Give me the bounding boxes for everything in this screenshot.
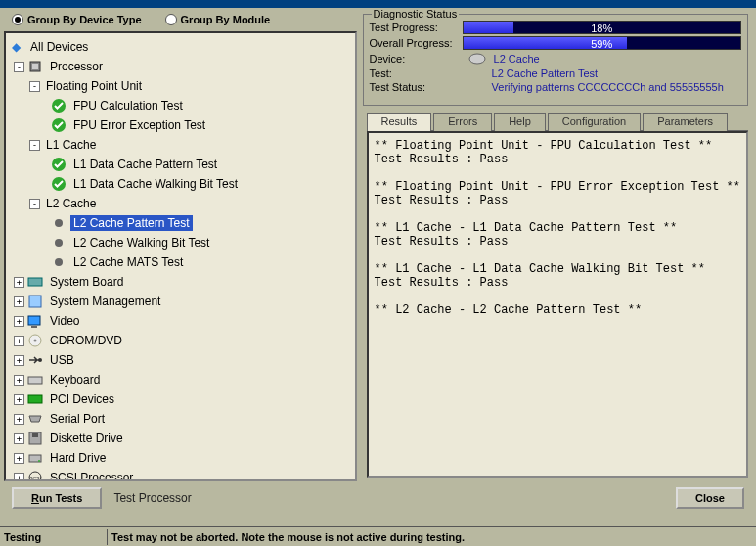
tree-item-usb[interactable]: + USB	[8, 350, 353, 370]
overall-progress-value: 59%	[464, 37, 740, 49]
test-progress-value: 18%	[464, 22, 740, 33]
expand-icon[interactable]: +	[14, 453, 24, 464]
tree-item-l2-walking[interactable]: L2 Cache Walking Bit Test	[8, 233, 353, 252]
collapse-icon[interactable]: -	[29, 199, 40, 209]
tree-label: Processor	[47, 59, 106, 74]
hdd-icon	[27, 450, 43, 466]
status-right: Test may not be aborted. Note the mouse …	[108, 529, 756, 545]
tab-results[interactable]: Results	[367, 113, 432, 131]
tree-label: Video	[47, 313, 82, 329]
expand-icon[interactable]: +	[14, 277, 24, 288]
tab-errors[interactable]: Errors	[433, 113, 492, 131]
tree-item-fpu-calc[interactable]: FPU Calculation Test	[8, 96, 353, 115]
expand-icon[interactable]: +	[14, 296, 24, 307]
device-icon	[468, 52, 486, 66]
bullet-icon	[51, 235, 67, 250]
board-icon	[27, 274, 43, 290]
tab-parameters[interactable]: Parameters	[643, 113, 728, 131]
svg-point-8	[55, 258, 63, 266]
collapse-icon[interactable]: -	[14, 62, 24, 72]
tree-item-l1-pattern[interactable]: L1 Data Cache Pattern Test	[8, 155, 353, 174]
scsi-icon: SCSI	[27, 470, 43, 481]
status-bar: Testing Test may not be aborted. Note th…	[0, 526, 756, 546]
tree-item-sysboard[interactable]: + System Board	[8, 272, 353, 292]
radio-group-module[interactable]: Group By Module	[165, 14, 271, 25]
bullet-icon	[51, 254, 67, 270]
tree-item-l2[interactable]: - L2 Cache	[8, 194, 353, 213]
close-button[interactable]: Close	[676, 487, 744, 509]
svg-rect-17	[28, 395, 42, 403]
tree-label: USB	[47, 352, 77, 368]
test-label: Test:	[370, 68, 463, 79]
tree-item-processor[interactable]: - Processor	[8, 57, 353, 76]
expand-icon[interactable]: +	[14, 316, 24, 327]
device-tree[interactable]: ◆ All Devices - Processor	[4, 31, 357, 481]
disc-icon	[27, 333, 43, 348]
tree-item-sysmgmt[interactable]: + System Management	[8, 292, 353, 311]
svg-rect-9	[28, 278, 42, 286]
test-progress-bar: 18%	[463, 21, 741, 34]
usb-icon	[27, 352, 43, 368]
radio-label: Group By Device Type	[27, 14, 142, 25]
tree-label: L2 Cache	[43, 196, 99, 211]
tree-label: SCSI Processor	[47, 470, 136, 481]
tree-item-keyboard[interactable]: + Keyboard	[8, 370, 353, 389]
expand-icon[interactable]: +	[14, 336, 24, 346]
diag-legend: Diagnostic Status	[372, 8, 460, 20]
tree-item-video[interactable]: + Video	[8, 311, 353, 331]
run-tests-button[interactable]: Run Tests	[12, 487, 102, 509]
expand-icon[interactable]: +	[14, 355, 24, 366]
expand-icon[interactable]: +	[14, 394, 24, 405]
svg-rect-12	[31, 326, 37, 328]
svg-point-21	[38, 460, 40, 462]
svg-rect-1	[32, 64, 38, 69]
tree-item-fpu[interactable]: - Floating Point Unit	[8, 76, 353, 96]
expand-icon[interactable]: +	[14, 433, 24, 444]
expand-icon[interactable]: +	[14, 375, 24, 386]
pass-check-icon	[51, 98, 67, 114]
tree-item-scsi[interactable]: + SCSI SCSI Processor	[8, 468, 353, 481]
radio-dot-icon	[12, 14, 23, 25]
tree-item-l1[interactable]: - L1 Cache	[8, 135, 353, 155]
test-target-text: Test Processor	[108, 491, 191, 505]
pass-check-icon	[51, 157, 67, 172]
tree-item-pci[interactable]: + PCI Devices	[8, 389, 353, 409]
collapse-icon[interactable]: -	[29, 81, 40, 92]
svg-point-6	[55, 219, 63, 227]
pass-check-icon	[51, 117, 67, 133]
tree-item-cdrom[interactable]: + CDROM/DVD	[8, 331, 353, 350]
tab-configuration[interactable]: Configuration	[548, 113, 641, 131]
tree-item-l2-pattern[interactable]: L2 Cache Pattern Test	[8, 213, 353, 233]
tree-item-diskette[interactable]: + Diskette Drive	[8, 429, 353, 448]
device-label: Device:	[370, 53, 463, 65]
tree-item-l1-walking[interactable]: L1 Data Cache Walking Bit Test	[8, 174, 353, 194]
svg-point-7	[55, 239, 63, 247]
collapse-icon[interactable]: -	[29, 140, 40, 151]
tree-label: System Management	[47, 294, 163, 309]
tree-label: L2 Cache Walking Bit Test	[70, 235, 212, 250]
overall-progress-bar: 59%	[463, 36, 741, 50]
radio-group-device[interactable]: Group By Device Type	[12, 14, 142, 25]
tree-item-serial[interactable]: + Serial Port	[8, 409, 353, 429]
tree-label: PCI Devices	[47, 391, 117, 407]
expand-icon[interactable]: +	[14, 414, 24, 425]
svg-rect-10	[29, 296, 41, 307]
tab-help[interactable]: Help	[494, 113, 546, 131]
cpu-icon	[27, 59, 43, 74]
device-value: L2 Cache	[494, 53, 540, 65]
overall-progress-label: Overall Progress:	[370, 37, 463, 49]
results-panel[interactable]: ** Floating Point Unit - FPU Calculation…	[367, 131, 748, 478]
tree-label-selected: L2 Cache Pattern Test	[70, 215, 193, 231]
diskette-icon	[27, 431, 43, 446]
pass-check-icon	[51, 176, 67, 192]
test-status-label: Test Status:	[370, 81, 463, 93]
tree-root[interactable]: ◆ All Devices	[8, 37, 353, 57]
tree-item-hdd[interactable]: + Hard Drive	[8, 448, 353, 468]
tree-label: Keyboard	[47, 372, 103, 387]
tree-label: L2 Cache MATS Test	[70, 254, 186, 270]
tree-item-l2-mats[interactable]: L2 Cache MATS Test	[8, 252, 353, 272]
tree-label: Serial Port	[47, 411, 108, 427]
expand-icon[interactable]: +	[14, 473, 24, 482]
tree-item-fpu-err[interactable]: FPU Error Exception Test	[8, 115, 353, 135]
tree-label: Hard Drive	[47, 450, 109, 466]
